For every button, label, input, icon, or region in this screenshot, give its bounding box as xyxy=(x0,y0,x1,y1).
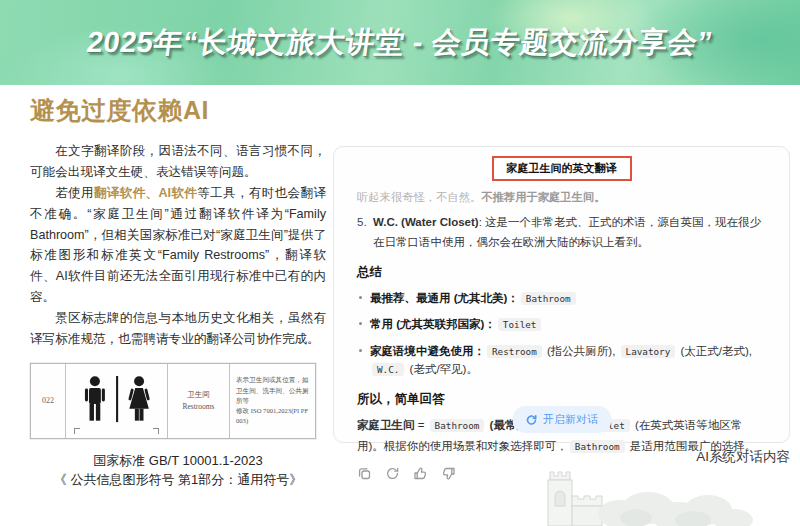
paragraph-2: 若使用翻译软件、AI软件等工具，有时也会翻译不准确。“家庭卫生间”通过翻译软件译… xyxy=(30,183,326,308)
body-text: 在文字翻译阶段，因语法不同、语言习惯不同，可能会出现译文生硬、表达错误等问题。 … xyxy=(30,141,326,350)
slide-header-banner: 2025年“长城文旅大讲堂 - 会员专题交流分享会” xyxy=(0,0,800,85)
paragraph-1: 在文字翻译阶段，因语法不同、语言习惯不同，可能会出现译文生硬、表达错误等问题。 xyxy=(30,141,326,183)
sign-label-en: Restrooms xyxy=(182,401,214,413)
sign-caption: 国家标准 GB/T 10001.1-2023 《 公共信息图形符号 第1部分：通… xyxy=(30,451,326,490)
sign-description: 表示卫生间或其位置，如卫生间、洗手间、公共厕所等 修改 ISO 7001,202… xyxy=(229,364,315,438)
summary-bullet: 家庭语境中避免使用：Restroom (指公共厕所), Lavatory (太正… xyxy=(357,342,766,379)
summary-bullet: 常用 (尤其英联邦国家)：Toilet xyxy=(357,315,766,333)
sign-caption-line2: 《 公共信息图形符号 第1部分：通用符号》 xyxy=(30,470,326,490)
sign-desc-main: 表示卫生间或其位置，如卫生间、洗手间、公共厕所等 xyxy=(236,375,309,406)
item-term: W.C. (Water Closet) xyxy=(373,216,479,228)
paragraph-2-suffix: 等工具，有时也会翻译不准确。“家庭卫生间”通过翻译软件译为“Family Bat… xyxy=(30,186,326,304)
refresh-icon xyxy=(525,414,537,426)
summary-bullet: 最推荐、最通用 (尤其北美)：Bathroom xyxy=(357,289,766,307)
sign-label: 卫生间 Restrooms xyxy=(167,364,229,438)
restroom-sign-image: 022 xyxy=(30,363,316,439)
left-column: 避免过度依赖AI 在文字翻译阶段，因语法不同、语言习惯不同，可能会出现译文生硬、… xyxy=(30,94,326,490)
sign-caption-line1: 国家标准 GB/T 10001.1-2023 xyxy=(30,451,326,471)
summary-bullet-list: 最推荐、最通用 (尤其北美)：Bathroom常用 (尤其英联邦国家)：Toil… xyxy=(357,289,766,379)
thumbs-down-icon[interactable] xyxy=(441,466,456,481)
slide: 2025年“长城文旅大讲堂 - 会员专题交流分享会” 避免过度依赖AI 在文字翻… xyxy=(0,0,800,526)
sign-label-cn: 卫生间 xyxy=(187,389,210,401)
item-number: 5. xyxy=(357,213,373,252)
thumbs-up-icon[interactable] xyxy=(413,466,428,481)
new-chat-label: 开启新对话 xyxy=(543,412,598,427)
regenerate-icon[interactable] xyxy=(385,466,400,481)
chat-numbered-item: 5. W.C. (Water Closet): 这是一个非常老式、正式的术语，源… xyxy=(357,213,766,252)
male-female-pictogram-icon xyxy=(69,372,165,430)
message-actions xyxy=(357,466,766,481)
section-heading: 避免过度依赖AI xyxy=(30,94,326,127)
summary-heading: 总结 xyxy=(357,264,766,281)
item-body: W.C. (Water Closet): 这是一个非常老式、正式的术语，源自英国… xyxy=(373,213,766,252)
chat-title-box: 家庭卫生间的英文翻译 xyxy=(492,156,632,181)
paragraph-3: 景区标志牌的信息与本地历史文化相关，虽然有译写标准规范，也需聘请专业的翻译公司协… xyxy=(30,308,326,350)
partial-gray-text: 听起来很奇怪，不自然。 xyxy=(357,191,481,203)
crop-mark xyxy=(153,428,159,434)
sign-desc-ref: 修改 ISO 7001,2023(PI PF 003) xyxy=(236,406,309,426)
chat-partial-line: 听起来很奇怪，不自然。不推荐用于家庭卫生间。 xyxy=(357,190,766,205)
new-chat-button[interactable]: 开启新对话 xyxy=(512,406,611,433)
crop-mark xyxy=(74,428,80,434)
highlight-translation-tools: 翻译软件、AI软件 xyxy=(94,186,197,200)
sign-number: 022 xyxy=(31,364,65,438)
chat-caption: AI系统对话内容 xyxy=(333,448,790,466)
paragraph-2-prefix: 若使用 xyxy=(55,186,94,200)
ai-chat-panel: 家庭卫生间的英文翻译 听起来很奇怪，不自然。不推荐用于家庭卫生间。 5. W.C… xyxy=(333,146,790,443)
partial-bold-text: 不推荐用于家庭卫生间。 xyxy=(481,191,605,203)
copy-icon[interactable] xyxy=(357,466,372,481)
slide-title: 2025年“长城文旅大讲堂 - 会员专题交流分享会” xyxy=(85,23,716,63)
restroom-pictogram xyxy=(65,364,167,438)
